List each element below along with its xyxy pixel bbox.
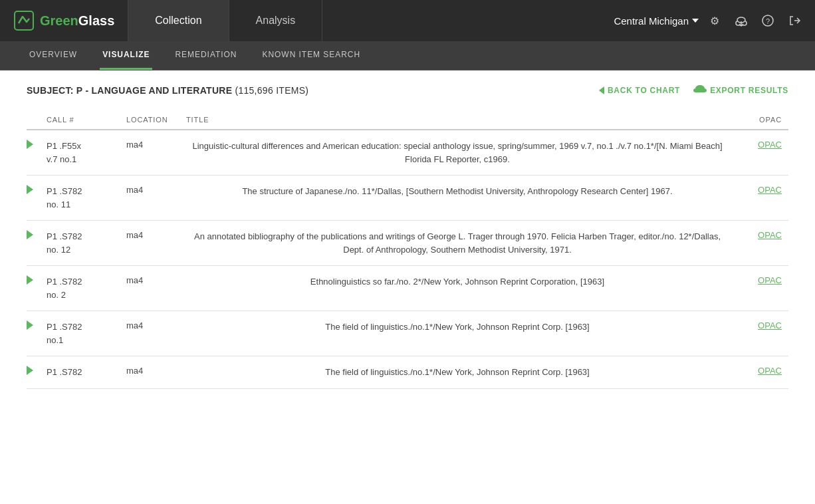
subject-title: SUBJECT: P - LANGUAGE AND LITERATURE (11… — [27, 85, 308, 96]
svg-text:?: ? — [766, 17, 770, 25]
expand-arrow-icon[interactable] — [27, 185, 33, 194]
help-button[interactable]: ? — [757, 10, 778, 31]
subnav-visualize[interactable]: VISUALIZE — [100, 41, 152, 70]
right-controls: Central Michigan ⚙ ? — [604, 0, 815, 41]
help-icon: ? — [762, 15, 774, 27]
export-results-button[interactable]: EXPORT RESULTS — [693, 84, 788, 97]
opac-cell: OPAC — [735, 130, 788, 176]
title: The field of linguistics./no.1*/New York… — [186, 311, 735, 356]
table-row: P1 .S782 no. 2ma4Ethnolinguistics so far… — [27, 266, 788, 311]
col-header-opac: OPAC — [735, 110, 788, 130]
table-row: P1 .S782ma4The field of linguistics./no.… — [27, 356, 788, 389]
expand-arrow-icon[interactable] — [27, 140, 33, 149]
opac-link[interactable]: OPAC — [758, 320, 782, 330]
sub-navigation: OVERVIEW VISUALIZE REMEDIATION KNOWN ITE… — [0, 41, 815, 70]
tab-analysis[interactable]: Analysis — [229, 0, 323, 41]
main-content: SUBJECT: P - LANGUAGE AND LITERATURE (11… — [0, 70, 815, 402]
title: The structure of Japanese./no. 11*/Dalla… — [186, 176, 735, 221]
chevron-left-icon — [599, 86, 604, 94]
location: ma4 — [126, 266, 186, 311]
tab-collection[interactable]: Collection — [128, 0, 229, 41]
title: An annotated bibliography of the publica… — [186, 221, 735, 266]
institution-selector[interactable]: Central Michigan — [614, 15, 699, 27]
opac-link[interactable]: OPAC — [758, 230, 782, 240]
table-row: P1 .S782 no.1ma4The field of linguistics… — [27, 311, 788, 356]
call-number: P1 .S782 no. 11 — [47, 176, 126, 221]
expand-arrow-icon[interactable] — [27, 320, 33, 330]
main-nav-tabs: Collection Analysis — [128, 0, 604, 41]
opac-cell: OPAC — [735, 221, 788, 266]
subject-prefix: SUBJECT: P - LANGUAGE AND LITERATURE — [27, 85, 232, 96]
export-results-label: EXPORT RESULTS — [710, 86, 788, 95]
expand-arrow-icon[interactable] — [27, 275, 33, 285]
opac-cell: OPAC — [735, 356, 788, 389]
subnav-remediation[interactable]: REMEDIATION — [172, 41, 239, 70]
actions-right: BACK TO CHART EXPORT RESULTS — [599, 84, 788, 97]
logo-icon — [13, 10, 35, 31]
back-to-chart-button[interactable]: BACK TO CHART — [599, 86, 680, 95]
logout-icon — [788, 15, 800, 27]
institution-dropdown-arrow — [692, 19, 699, 23]
location: ma4 — [126, 221, 186, 266]
call-number: P1 .F55x v.7 no.1 — [47, 130, 126, 176]
call-number: P1 .S782 no.1 — [47, 311, 126, 356]
location: ma4 — [126, 311, 186, 356]
call-number: P1 .S782 — [47, 356, 126, 389]
expand-cell — [27, 130, 47, 176]
subnav-known-item-search[interactable]: KNOWN ITEM SEARCH — [259, 41, 363, 70]
institution-name: Central Michigan — [614, 15, 689, 27]
opac-link[interactable]: OPAC — [758, 366, 782, 376]
call-number: P1 .S782 no. 2 — [47, 266, 126, 311]
svg-rect-9 — [695, 90, 705, 92]
col-header-title: TITLE — [186, 110, 735, 130]
col-header-location: LOCATION — [126, 110, 186, 130]
title: Ethnolinguistics so far./no. 2*/New York… — [186, 266, 735, 311]
opac-cell: OPAC — [735, 176, 788, 221]
cloud-download-icon — [735, 15, 747, 27]
table-header-row: CALL # LOCATION TITLE OPAC — [27, 110, 788, 130]
table-row: P1 .F55x v.7 no.1ma4Linguistic-cultural … — [27, 130, 788, 176]
logout-button[interactable] — [784, 10, 805, 31]
expand-cell — [27, 356, 47, 389]
opac-link[interactable]: OPAC — [758, 275, 782, 285]
opac-link[interactable]: OPAC — [758, 140, 782, 150]
expand-cell — [27, 176, 47, 221]
opac-link[interactable]: OPAC — [758, 185, 782, 195]
back-to-chart-label: BACK TO CHART — [608, 86, 680, 95]
location: ma4 — [126, 176, 186, 221]
opac-cell: OPAC — [735, 266, 788, 311]
download-button[interactable] — [731, 10, 752, 31]
top-navigation: GreenGlass Collection Analysis Central M… — [0, 0, 815, 41]
location: ma4 — [126, 130, 186, 176]
subnav-overview[interactable]: OVERVIEW — [27, 41, 80, 70]
results-table: CALL # LOCATION TITLE OPAC P1 .F55x v.7 … — [27, 110, 788, 389]
col-header-callnum: CALL # — [47, 110, 126, 130]
title: The field of linguistics./no.1*/New York… — [186, 356, 735, 389]
subject-header: SUBJECT: P - LANGUAGE AND LITERATURE (11… — [27, 84, 788, 97]
cloud-icon — [693, 84, 707, 97]
expand-cell — [27, 266, 47, 311]
table-row: P1 .S782 no. 12ma4An annotated bibliogra… — [27, 221, 788, 266]
svg-rect-0 — [15, 11, 33, 30]
app-name: GreenGlass — [40, 13, 114, 29]
settings-button[interactable]: ⚙ — [704, 10, 725, 31]
table-row: P1 .S782 no. 11ma4The structure of Japan… — [27, 176, 788, 221]
export-cloud-icon — [693, 84, 707, 94]
call-number: P1 .S782 no. 12 — [47, 221, 126, 266]
expand-cell — [27, 221, 47, 266]
expand-arrow-icon[interactable] — [27, 230, 33, 239]
opac-cell: OPAC — [735, 311, 788, 356]
logo-area: GreenGlass — [0, 0, 128, 41]
expand-arrow-icon[interactable] — [27, 366, 33, 375]
col-header-expand — [27, 110, 47, 130]
title: Linguistic-cultural differences and Amer… — [186, 130, 735, 176]
subject-count: (115,696 ITEMS) — [235, 85, 308, 96]
expand-cell — [27, 311, 47, 356]
location: ma4 — [126, 356, 186, 389]
